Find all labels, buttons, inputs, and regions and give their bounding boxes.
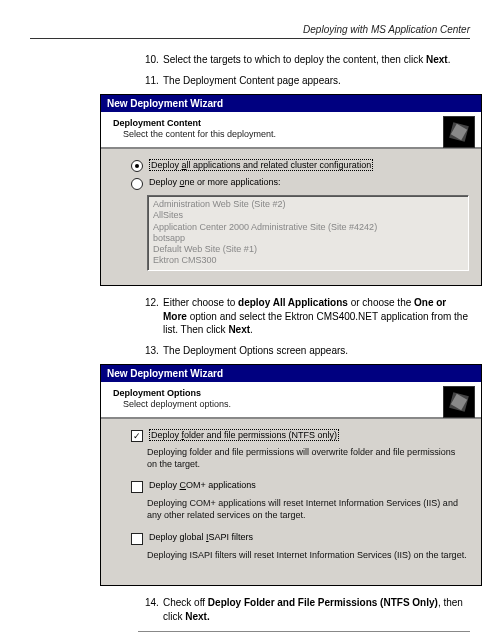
list-item: Application Center 2000 Administrative S… — [153, 222, 463, 233]
wizard-section-title: Deployment Content — [113, 118, 473, 128]
checkbox-label: Deploy folder and file permissions (NTFS… — [149, 429, 339, 441]
list-item: AllSites — [153, 210, 463, 221]
step-11: 11. The Deployment Content page appears. — [145, 74, 470, 88]
wizard-section-subtitle: Select deployment options. — [123, 399, 473, 409]
radio-deploy-all[interactable]: Deploy all applications and related clus… — [131, 159, 467, 172]
list-item: botsapp — [153, 233, 463, 244]
list-item: Ektron CMS300 — [153, 255, 463, 266]
checkbox-description: Deploying folder and file permissions wi… — [147, 447, 467, 470]
checkbox-description: Deploying ISAPI filters will reset Inter… — [147, 550, 467, 562]
step-text: The Deployment Content page appears. — [163, 74, 470, 88]
step-text: The Deployment Options screen appears. — [163, 344, 470, 358]
deployment-options-wizard: New Deployment Wizard Deployment Options… — [100, 364, 482, 586]
wizard-section-title: Deployment Options — [113, 388, 473, 398]
wizard-header-icon — [443, 116, 475, 148]
step-text: Select the targets to which to deploy th… — [163, 53, 470, 67]
step-number: 14. — [145, 596, 163, 623]
list-item: Default Web Site (Site #1) — [153, 244, 463, 255]
step-10: 10. Select the targets to which to deplo… — [145, 53, 470, 87]
step-12: 12. Either choose to deploy All Applicat… — [145, 296, 470, 357]
applications-listbox: Administration Web Site (Site #2) AllSit… — [147, 195, 469, 271]
list-item: Administration Web Site (Site #2) — [153, 199, 463, 210]
radio-icon — [131, 160, 143, 172]
wizard-titlebar: New Deployment Wizard — [101, 95, 481, 112]
wizard-header-icon — [443, 386, 475, 418]
checkbox-description: Deploying COM+ applications will reset I… — [147, 498, 467, 521]
step-number: 13. — [145, 344, 163, 358]
checkbox-label: Deploy global ISAPI filters — [149, 532, 253, 542]
doc-header: Deploying with MS Application Center — [30, 24, 470, 39]
checkbox-label: Deploy COM+ applications — [149, 480, 256, 490]
checkbox-icon — [131, 533, 143, 545]
step-text: Either choose to deploy All Applications… — [163, 296, 470, 337]
checkbox-deploy-isapi[interactable]: Deploy global ISAPI filters — [131, 532, 467, 545]
radio-icon — [131, 178, 143, 190]
radio-deploy-one-or-more[interactable]: Deploy one or more applications: — [131, 177, 467, 190]
deployment-content-wizard: New Deployment Wizard Deployment Content… — [100, 94, 482, 286]
checkbox-icon — [131, 430, 143, 442]
step-text: Check off Deploy Folder and File Permiss… — [163, 596, 470, 623]
wizard-section-subtitle: Select the content for this deployment. — [123, 129, 473, 139]
wizard-titlebar: New Deployment Wizard — [101, 365, 481, 382]
checkbox-deploy-ntfs-permissions[interactable]: Deploy folder and file permissions (NTFS… — [131, 429, 467, 442]
radio-label: Deploy one or more applications: — [149, 177, 281, 187]
checkbox-icon — [131, 481, 143, 493]
radio-label: Deploy all applications and related clus… — [149, 159, 373, 171]
step-number: 10. — [145, 53, 163, 67]
checkbox-deploy-complus[interactable]: Deploy COM+ applications — [131, 480, 467, 493]
step-13: 13. The Deployment Options screen appear… — [145, 344, 470, 358]
step-number: 11. — [145, 74, 163, 88]
step-number: 12. — [145, 296, 163, 337]
step-14: 14. Check off Deploy Folder and File Per… — [145, 596, 470, 623]
